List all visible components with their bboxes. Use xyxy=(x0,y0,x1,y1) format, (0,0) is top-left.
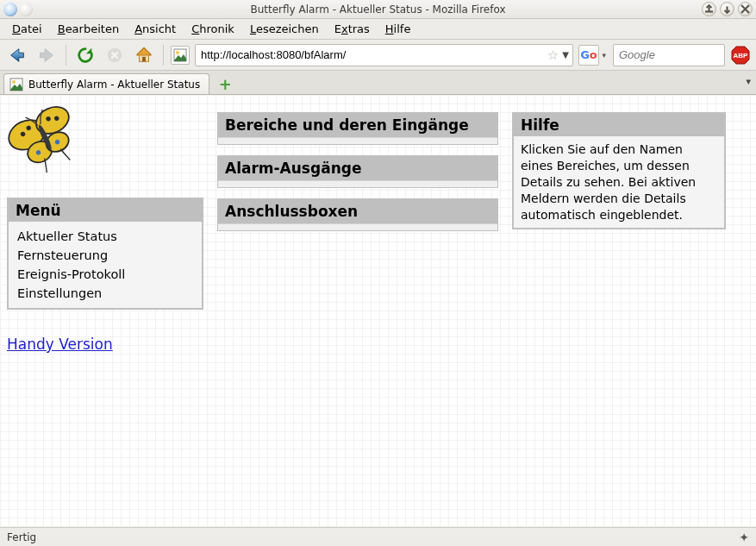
url-bar[interactable]: ☆ ▼ xyxy=(195,44,573,66)
reload-button[interactable] xyxy=(73,43,97,67)
svg-point-4 xyxy=(176,51,179,54)
section-outputs-title: Alarm-Ausgänge xyxy=(218,156,497,180)
page-viewport: Menü Aktueller Status Fernsteuerung Erei… xyxy=(0,95,756,527)
browser-toolbar: ☆ ▼ Go▾ ABP xyxy=(0,40,756,71)
section-boxes-title: Anschlussboxen xyxy=(218,199,497,223)
toolbar-separator xyxy=(163,45,164,66)
menu-datei[interactable]: Datei xyxy=(5,21,49,37)
butterfly-logo xyxy=(7,100,84,178)
menu-item-log[interactable]: Ereignis-Protokoll xyxy=(16,265,195,284)
status-text: Fertig xyxy=(7,531,36,543)
section-areas-body xyxy=(218,137,497,144)
new-tab-button[interactable]: + xyxy=(215,75,235,92)
section-outputs[interactable]: Alarm-Ausgänge xyxy=(217,155,498,188)
toolbar-separator xyxy=(66,45,66,66)
forward-button[interactable] xyxy=(34,43,59,67)
firefox-icon xyxy=(3,3,17,16)
section-areas[interactable]: Bereiche und deren Eingänge xyxy=(217,112,498,145)
menu-panel: Menü Aktueller Status Fernsteuerung Erei… xyxy=(7,198,203,310)
tab-bar: Butterfly Alarm - Aktueller Status + ▾ xyxy=(0,71,756,95)
menu-chronik[interactable]: Chronik xyxy=(184,21,241,37)
menu-item-settings[interactable]: Einstellungen xyxy=(16,284,195,303)
menu-ansicht[interactable]: Ansicht xyxy=(128,21,183,37)
svg-point-9 xyxy=(12,80,16,84)
svg-rect-2 xyxy=(142,56,146,61)
menu-panel-title: Menü xyxy=(9,199,202,222)
close-button[interactable] xyxy=(738,2,753,16)
handy-version-link[interactable]: Handy Version xyxy=(7,336,113,353)
browser-menubar: Datei Bearbeiten Ansicht Chronik Lesezei… xyxy=(0,19,756,40)
home-button[interactable] xyxy=(132,43,156,67)
status-bar: Fertig ✦ xyxy=(0,527,756,546)
section-boxes-body xyxy=(218,223,497,230)
tab-overflow-button[interactable]: ▾ xyxy=(746,76,751,87)
maximize-button[interactable] xyxy=(720,2,734,16)
search-engine-button[interactable]: Go▾ xyxy=(578,45,599,66)
document-icon xyxy=(19,3,33,16)
window-title: Butterfly Alarm - Aktueller Status - Moz… xyxy=(0,3,756,16)
minimize-button[interactable] xyxy=(702,2,716,16)
menu-item-status[interactable]: Aktueller Status xyxy=(16,227,195,246)
search-bar[interactable] xyxy=(613,44,725,66)
tab-favicon xyxy=(9,78,23,91)
adblock-icon[interactable]: ABP xyxy=(730,45,751,66)
status-gear-icon[interactable]: ✦ xyxy=(739,530,749,544)
menu-item-remote[interactable]: Fernsteuerung xyxy=(16,246,195,265)
menu-lesezeichen[interactable]: Lesezeichen xyxy=(243,21,326,37)
back-button[interactable] xyxy=(5,43,29,67)
section-boxes[interactable]: Anschlussboxen xyxy=(217,198,498,231)
section-outputs-body xyxy=(218,180,497,187)
tab-active[interactable]: Butterfly Alarm - Aktueller Status xyxy=(3,73,209,94)
help-panel-title: Hilfe xyxy=(514,114,724,136)
window-titlebar: Butterfly Alarm - Aktueller Status - Moz… xyxy=(0,0,756,19)
help-panel: Hilfe Klicken Sie auf den Namen eines Be… xyxy=(512,112,726,229)
menu-bearbeiten[interactable]: Bearbeiten xyxy=(51,21,126,37)
url-favicon xyxy=(171,46,190,65)
svg-text:ABP: ABP xyxy=(734,52,749,60)
menu-extras[interactable]: Extras xyxy=(328,21,377,37)
menu-hilfe[interactable]: Hilfe xyxy=(378,21,418,37)
section-areas-title: Bereiche und deren Eingänge xyxy=(218,113,497,137)
bookmark-star-icon[interactable]: ☆ xyxy=(547,47,559,63)
url-dropdown-icon[interactable]: ▼ xyxy=(562,50,569,60)
help-panel-text: Klicken Sie auf den Namen eines Bereiche… xyxy=(514,136,724,228)
stop-button[interactable] xyxy=(103,43,127,67)
tab-label: Butterfly Alarm - Aktueller Status xyxy=(28,78,200,91)
url-input[interactable] xyxy=(199,47,544,62)
